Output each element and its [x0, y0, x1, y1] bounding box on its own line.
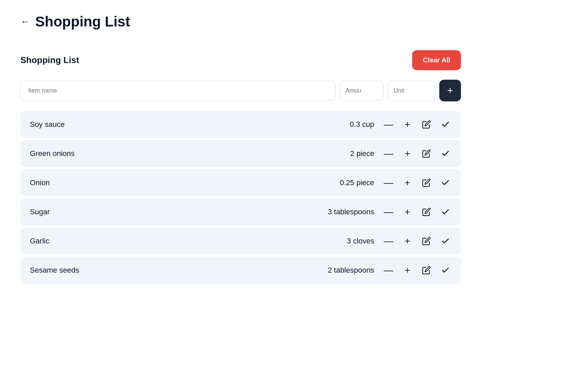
item-quantity: 2 tablespoons — [328, 266, 374, 275]
unit-input[interactable] — [388, 81, 435, 101]
complete-button[interactable] — [439, 148, 451, 160]
decrement-button[interactable]: — — [382, 264, 395, 276]
increment-button[interactable]: + — [401, 235, 414, 247]
add-item-row: + — [20, 80, 461, 101]
item-name: Soy sauce — [30, 120, 350, 129]
item-name: Onion — [30, 178, 340, 187]
list-item: Sugar 3 tablespoons — + — [20, 198, 461, 226]
item-quantity: 2 piece — [350, 149, 374, 158]
increment-button[interactable]: + — [401, 177, 414, 189]
edit-button[interactable] — [420, 177, 433, 189]
item-name-input[interactable] — [20, 81, 336, 101]
edit-button[interactable] — [420, 118, 433, 131]
shopping-items-list: Soy sauce 0.3 cup — + Green onions — [20, 111, 461, 284]
add-item-button[interactable]: + — [439, 80, 461, 101]
clear-all-button[interactable]: Clear All — [412, 50, 461, 70]
shopping-section: Shopping List Clear All + Soy sauce 0.3 … — [20, 50, 461, 284]
item-name: Garlic — [30, 237, 347, 246]
list-item: Soy sauce 0.3 cup — + — [20, 111, 461, 138]
item-name: Sesame seeds — [30, 266, 328, 275]
increment-button[interactable]: + — [401, 148, 414, 160]
list-item: Garlic 3 cloves — + — [20, 228, 461, 255]
section-title: Shopping List — [20, 55, 79, 65]
complete-button[interactable] — [439, 264, 451, 276]
section-header: Shopping List Clear All — [20, 50, 461, 70]
decrement-button[interactable]: — — [382, 177, 395, 189]
item-quantity: 0.25 piece — [340, 178, 374, 187]
complete-button[interactable] — [439, 206, 451, 218]
amount-input[interactable] — [340, 81, 384, 101]
item-actions: — + — [382, 264, 451, 276]
item-name: Green onions — [30, 149, 350, 158]
item-quantity: 0.3 cup — [350, 120, 374, 129]
edit-button[interactable] — [420, 148, 433, 160]
list-item: Onion 0.25 piece — + — [20, 169, 461, 196]
edit-button[interactable] — [420, 206, 433, 218]
top-nav: ← Shopping List — [20, 14, 542, 30]
item-actions: — + — [382, 206, 451, 218]
list-item: Green onions 2 piece — + — [20, 140, 461, 167]
item-actions: — + — [382, 148, 451, 160]
item-actions: — + — [382, 118, 451, 131]
item-quantity: 3 cloves — [347, 237, 374, 246]
decrement-button[interactable]: — — [382, 118, 395, 131]
increment-button[interactable]: + — [401, 206, 414, 218]
page-title: Shopping List — [35, 14, 130, 30]
increment-button[interactable]: + — [401, 264, 414, 276]
complete-button[interactable] — [439, 235, 451, 247]
item-actions: — + — [382, 177, 451, 189]
decrement-button[interactable]: — — [382, 235, 395, 247]
complete-button[interactable] — [439, 118, 451, 131]
edit-button[interactable] — [420, 235, 433, 247]
list-item: Sesame seeds 2 tablespoons — + — [20, 257, 461, 284]
edit-button[interactable] — [420, 264, 433, 276]
decrement-button[interactable]: — — [382, 206, 395, 218]
decrement-button[interactable]: — — [382, 148, 395, 160]
increment-button[interactable]: + — [401, 118, 414, 131]
item-name: Sugar — [30, 208, 328, 216]
back-button[interactable]: ← — [20, 16, 30, 27]
item-actions: — + — [382, 235, 451, 247]
item-quantity: 3 tablespoons — [328, 208, 374, 216]
complete-button[interactable] — [439, 177, 451, 189]
